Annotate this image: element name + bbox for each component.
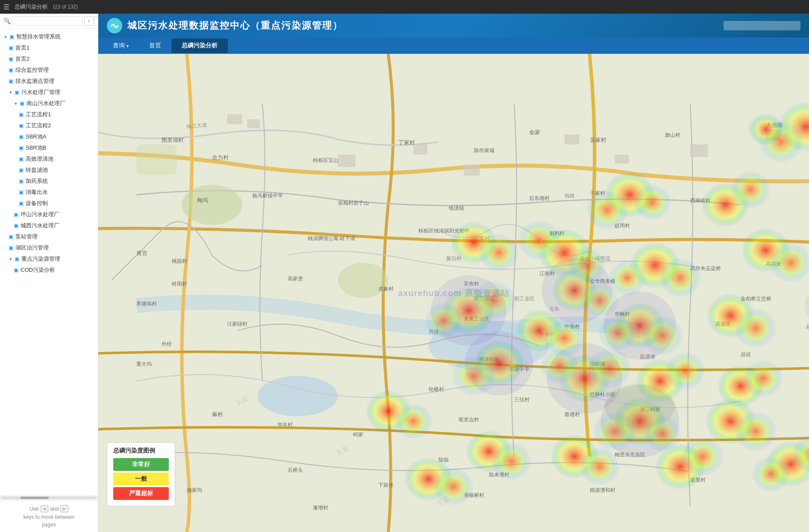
page-icon: ▣ bbox=[19, 189, 24, 195]
sidebar-item-sewage-plant[interactable]: ▼ ▣ 污水处理厂管理 bbox=[0, 87, 98, 98]
sidebar-item-process2[interactable]: ▣ 工艺流程2 bbox=[0, 120, 98, 131]
svg-text:柯家: 柯家 bbox=[353, 432, 363, 437]
svg-text:瓜清湖: 瓜清湖 bbox=[640, 354, 655, 359]
sidebar-item-nanshan[interactable]: ▼ ▣ 南山污水处理厂 bbox=[0, 98, 98, 109]
sidebar-tree: ▼ ▣ 智慧排水管理系统 ▣ 首页1 ▣ 首页2 ▣ 综合监控管理 ▣ 排水监测… bbox=[0, 29, 98, 495]
svg-rect-9 bbox=[247, 119, 260, 128]
svg-text:梅里水庄东区: 梅里水庄东区 bbox=[614, 452, 645, 457]
page-info: (23 of 132) bbox=[53, 4, 78, 10]
svg-text:钱清腾情公寓·岭下湖: 钱清腾情公寓·岭下湖 bbox=[307, 235, 355, 241]
svg-rect-16 bbox=[766, 129, 781, 141]
svg-text:来工业区: 来工业区 bbox=[474, 296, 494, 301]
svg-text:围里湖村: 围里湖村 bbox=[162, 137, 184, 143]
svg-text:轮楼村: 轮楼村 bbox=[429, 386, 444, 392]
sidebar-item-chengxi[interactable]: ▣ 城西污水处理厂 bbox=[0, 220, 98, 231]
nav-item-query[interactable]: 查询 ▾ bbox=[103, 38, 139, 53]
sidebar-label: 首页1 bbox=[15, 44, 29, 52]
app-title: 城区污水处理数据监控中心（重点污染源管理） bbox=[127, 19, 343, 32]
footer-keys-text: keys to move between bbox=[24, 514, 74, 520]
svg-text:杨汛桥镇中学: 杨汛桥镇中学 bbox=[252, 193, 283, 198]
nav-label-phosphorus: 总磷污染分析 bbox=[182, 42, 218, 50]
sidebar-item-pump-mgmt[interactable]: ▣ 泵站管理 bbox=[0, 231, 98, 242]
folder-icon: ▣ bbox=[20, 100, 24, 106]
sidebar-item-disinfect[interactable]: ▣ 消毒出水 bbox=[0, 187, 98, 198]
svg-rect-11 bbox=[413, 144, 427, 155]
svg-text:吴家村: 吴家村 bbox=[590, 137, 606, 143]
nav-item-home[interactable]: 首页 bbox=[139, 38, 171, 53]
content-area: 城区污水处理数据监控中心（重点污染源管理） 查询 ▾ 首页 总磷污染分析 bbox=[98, 14, 809, 532]
nav-next-button[interactable]: › bbox=[94, 16, 98, 26]
sidebar-item-dosing[interactable]: ▣ 加药系统 bbox=[0, 176, 98, 187]
svg-text:中巷村: 中巷村 bbox=[565, 323, 580, 329]
expand-arrow: ▼ bbox=[14, 101, 18, 106]
sidebar-item-filter-pool[interactable]: ▣ 高效澄清池 bbox=[0, 153, 98, 165]
sidebar-item-sbr-b[interactable]: ▣ SBR池B bbox=[0, 142, 98, 153]
page-icon: ▣ bbox=[19, 145, 24, 151]
sidebar-item-pingshan[interactable]: ▣ 坪山污水处理厂 bbox=[0, 209, 98, 220]
sidebar-item-cod-analysis[interactable]: ▣ COD污染分析 bbox=[0, 265, 98, 276]
svg-text:金家: 金家 bbox=[529, 129, 540, 135]
dropdown-arrow-icon: ▾ bbox=[126, 44, 129, 48]
svg-text:浙江柯岩: 浙江柯岩 bbox=[640, 406, 660, 412]
svg-text:金柏桥立交桥: 金柏桥立交桥 bbox=[741, 296, 771, 301]
sidebar-label: 高效澄清池 bbox=[26, 155, 53, 163]
horizontal-scrollbar[interactable] bbox=[0, 495, 98, 500]
svg-text:界塘埠村: 界塘埠村 bbox=[136, 301, 157, 306]
sidebar-label: 污水处理厂管理 bbox=[21, 88, 60, 96]
sidebar-label: 设备控制 bbox=[26, 200, 48, 207]
sidebar-item-lake-mgmt[interactable]: ▣ 湖区治污管理 bbox=[0, 242, 98, 253]
sidebar-item-process1[interactable]: ▣ 工艺流程1 bbox=[0, 109, 98, 120]
svg-text:中巷村: 中巷村 bbox=[539, 331, 555, 337]
svg-text:麻村: 麻村 bbox=[212, 411, 223, 417]
map-svg: 围里湖村 合力村 柿栎区宝山 丁家村 陈作家城 金家 吴家村 旗山村 大池坝 安… bbox=[98, 54, 809, 532]
sidebar-label: 消毒出水 bbox=[26, 188, 48, 196]
sidebar-label: 泵站管理 bbox=[15, 233, 38, 241]
sidebar-label: 工艺流程1 bbox=[26, 111, 51, 118]
sidebar-label: 坪山污水处理厂 bbox=[21, 211, 59, 218]
nav-bar: 查询 ▾ 首页 总磷污染分析 bbox=[98, 38, 809, 54]
nav-prev-button[interactable]: ‹ bbox=[84, 16, 94, 26]
sidebar-item-home2[interactable]: ▣ 首页2 bbox=[0, 53, 98, 65]
sidebar-item-monitor-mgmt[interactable]: ▣ 综合监控管理 bbox=[0, 65, 98, 76]
search-input[interactable] bbox=[12, 16, 82, 26]
page-icon: ▣ bbox=[9, 245, 13, 251]
sidebar-label: 重点污染源管理 bbox=[21, 255, 60, 263]
svg-text:赵周村: 赵周村 bbox=[615, 223, 630, 228]
sidebar-item-home1[interactable]: ▣ 首页1 bbox=[0, 42, 98, 53]
svg-point-5 bbox=[338, 263, 388, 298]
svg-text:竹林杜小区: 竹林杜小区 bbox=[590, 391, 615, 397]
svg-text:潜稼桥村: 潜稼桥村 bbox=[464, 492, 484, 498]
legend-title: 总磷污染度图例 bbox=[113, 447, 169, 455]
nav-item-phosphorus[interactable]: 总磷污染分析 bbox=[171, 38, 228, 53]
svg-text:宝业小镇旁流: 宝业小镇旁流 bbox=[580, 256, 610, 261]
svg-text:兴浸: 兴浸 bbox=[429, 329, 439, 334]
sidebar-item-disc-filter[interactable]: ▣ 转盘滤池 bbox=[0, 165, 98, 176]
legend-box: 总磷污染度图例 非常好 一般 严重超标 bbox=[107, 442, 175, 506]
svg-text:重大坞: 重大坞 bbox=[136, 361, 152, 367]
svg-text:初工业区: 初工业区 bbox=[514, 296, 535, 301]
sidebar-item-drainage-monitor[interactable]: ▣ 排水监测点管理 bbox=[0, 76, 98, 87]
sidebar-item-equipment[interactable]: ▣ 设备控制 bbox=[0, 198, 98, 209]
svg-text:钱路: 钱路 bbox=[564, 193, 575, 198]
svg-text:湖塘中学: 湖塘中学 bbox=[509, 366, 530, 372]
scrollbar-thumb[interactable] bbox=[21, 497, 49, 499]
menu-icon[interactable]: ☰ bbox=[3, 3, 9, 11]
top-bar: ☰ 总磷污染分析 (23 of 132) bbox=[0, 0, 809, 14]
svg-rect-13 bbox=[565, 134, 580, 144]
sidebar-item-sbr-a[interactable]: ▣ SBR池A bbox=[0, 131, 98, 142]
svg-text:陆临: 陆临 bbox=[438, 457, 449, 462]
svg-text:众华商务楼: 众华商务楼 bbox=[590, 278, 615, 284]
svg-text:外经: 外经 bbox=[162, 341, 172, 347]
sidebar-label: 湖区治污管理 bbox=[15, 244, 49, 252]
sidebar-item-pollution-mgmt[interactable]: ▼ ▣ 重点污染源管理 bbox=[0, 253, 98, 265]
header-search-input[interactable] bbox=[724, 21, 800, 30]
svg-point-4 bbox=[182, 185, 242, 225]
svg-text:陈来漕村: 陈来漕村 bbox=[489, 472, 509, 477]
svg-text:后东塘村: 后东塘村 bbox=[529, 195, 550, 201]
legend-item-good: 非常好 bbox=[113, 458, 169, 471]
footer-and-text: and bbox=[50, 506, 59, 512]
sidebar-item-smart-drainage[interactable]: ▼ ▣ 智慧排水管理系统 bbox=[0, 31, 98, 42]
sidebar-label: 首页2 bbox=[15, 55, 29, 63]
svg-text:华丰村: 华丰村 bbox=[277, 422, 293, 427]
svg-text:浣纱湖: 浣纱湖 bbox=[590, 361, 605, 367]
